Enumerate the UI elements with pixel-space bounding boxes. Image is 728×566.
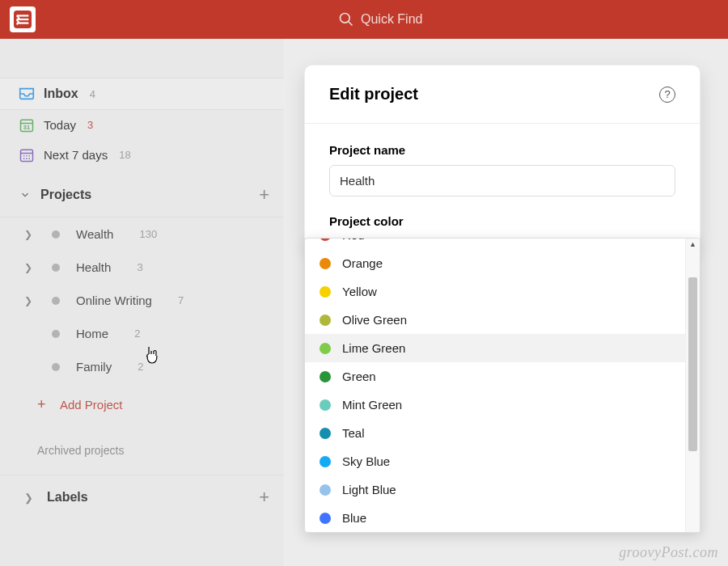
labels-title: Labels [47, 490, 259, 505]
svg-point-14 [23, 158, 25, 159]
project-row[interactable]: ❯Wealth 130 [0, 218, 284, 251]
project-name-input[interactable] [329, 165, 675, 196]
project-color-dot [52, 363, 60, 371]
project-name: Online Writing [76, 294, 152, 307]
edit-project-modal: Edit project ? Project name Project colo… [304, 65, 700, 245]
projects-title: Projects [40, 188, 259, 202]
color-name: Lime Green [342, 341, 405, 355]
add-project-plus-icon[interactable]: + [259, 184, 269, 205]
color-name: Olive Green [342, 313, 407, 327]
svg-point-16 [29, 158, 31, 159]
color-swatch [320, 286, 331, 298]
add-label-plus-icon[interactable]: + [259, 487, 269, 508]
project-color-dot [52, 230, 60, 239]
color-option[interactable]: Blue [305, 504, 685, 532]
color-name: Teal [342, 426, 365, 440]
help-icon[interactable]: ? [659, 87, 675, 103]
plus-icon: + [37, 396, 49, 413]
color-name: Mint Green [342, 398, 402, 412]
chevron-right-icon: ❯ [24, 492, 39, 504]
color-swatch [320, 456, 331, 467]
chevron-right-icon: ❯ [24, 262, 34, 273]
project-row[interactable]: Family 2 [0, 350, 284, 383]
chevron-down-icon [18, 188, 32, 202]
scroll-thumb[interactable] [688, 277, 697, 451]
project-color-dot [52, 297, 60, 305]
color-option[interactable]: Sky Blue [305, 447, 685, 475]
svg-point-11 [23, 155, 25, 157]
archived-projects-link[interactable]: Archived projects [0, 426, 284, 475]
projects-section-header[interactable]: Projects + [0, 173, 284, 218]
color-name: Red [342, 239, 365, 242]
modal-title: Edit project [329, 85, 418, 103]
color-swatch [320, 399, 331, 411]
calendar-week-icon [18, 146, 36, 164]
project-count: 7 [178, 294, 184, 306]
color-option[interactable]: Yellow [305, 277, 685, 306]
color-option[interactable]: Green [305, 362, 685, 391]
color-dropdown[interactable]: RedOrangeYellowOlive GreenLime GreenGree… [304, 238, 700, 533]
color-name: Green [342, 370, 376, 383]
project-row[interactable]: ❯Health 3 [0, 251, 284, 284]
color-option[interactable]: Light Blue [305, 475, 685, 504]
project-count: 2 [134, 327, 140, 340]
project-count: 130 [140, 228, 158, 240]
project-name: Family [76, 360, 112, 374]
today-count: 3 [87, 119, 93, 131]
color-swatch [320, 428, 331, 439]
color-swatch [320, 258, 331, 269]
svg-point-13 [29, 155, 31, 157]
inbox-icon [18, 85, 36, 103]
project-row[interactable]: ❯Online Writing 7 [0, 284, 284, 317]
color-swatch [320, 315, 331, 326]
next7-label: Next 7 days [44, 148, 108, 162]
color-name: Blue [342, 511, 366, 525]
chevron-right-icon: ❯ [24, 229, 34, 240]
dropdown-scrollbar[interactable]: ▲ [685, 239, 700, 532]
sidebar-next7[interactable]: Next 7 days 18 [0, 140, 284, 170]
color-swatch [320, 239, 331, 241]
sidebar-today[interactable]: 31 Today 3 [0, 110, 284, 140]
color-option[interactable]: Mint Green [305, 391, 685, 419]
color-name: Yellow [342, 285, 377, 298]
color-name: Sky Blue [342, 454, 390, 468]
svg-point-4 [341, 14, 350, 23]
project-color-label: Project color [329, 214, 675, 228]
project-name: Health [76, 260, 111, 274]
inbox-count: 4 [90, 88, 95, 100]
svg-text:31: 31 [23, 124, 30, 131]
add-project-label: Add Project [60, 398, 123, 412]
color-option[interactable]: Lime Green [305, 334, 685, 362]
project-row[interactable]: Home 2 [0, 317, 284, 350]
add-project-link[interactable]: + Add Project [0, 383, 284, 426]
color-option[interactable]: Teal [305, 419, 685, 447]
chevron-right-icon: ❯ [24, 295, 34, 306]
sidebar-inbox[interactable]: Inbox 4 [0, 78, 284, 110]
svg-line-5 [349, 22, 353, 26]
color-option[interactable]: Orange [305, 249, 685, 277]
labels-section-header[interactable]: ❯ Labels + [0, 475, 284, 519]
project-name: Home [76, 327, 108, 340]
project-count: 2 [138, 361, 143, 373]
app-logo[interactable] [10, 6, 36, 32]
inbox-label: Inbox [44, 87, 78, 101]
app-header: Quick Find [0, 0, 728, 39]
watermark: groovyPost.com [619, 544, 718, 561]
search-icon [338, 11, 354, 27]
quick-find[interactable]: Quick Find [338, 11, 422, 27]
project-color-dot [52, 330, 60, 338]
color-name: Light Blue [342, 483, 396, 496]
project-color-dot [52, 264, 60, 272]
color-option[interactable]: Olive Green [305, 306, 685, 334]
color-name: Orange [342, 256, 383, 270]
color-option[interactable]: Red [305, 239, 685, 249]
next7-count: 18 [119, 149, 130, 161]
color-swatch [320, 343, 331, 354]
sidebar: Inbox 4 31 Today 3 Next 7 days 18 Projec… [0, 39, 285, 566]
project-count: 3 [138, 261, 143, 273]
color-swatch [320, 371, 331, 382]
project-name: Wealth [76, 227, 113, 241]
svg-point-12 [26, 155, 28, 157]
scroll-up-arrow-icon[interactable]: ▲ [686, 240, 700, 248]
color-swatch [320, 513, 331, 524]
